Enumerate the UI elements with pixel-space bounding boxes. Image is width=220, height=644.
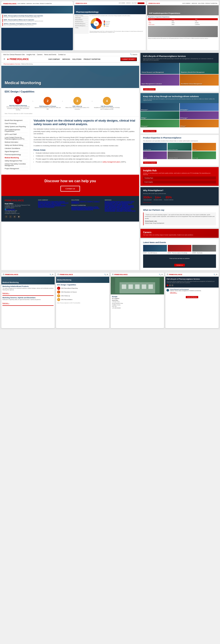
- news-partners-cta[interactable]: Find out how we help our partners: [143, 254, 216, 261]
- insights-fresh[interactable]: Fresh Insights: [143, 180, 216, 184]
- sidebar-project-mgmt[interactable]: Project Management: [5, 167, 28, 170]
- dot-1[interactable]: [167, 284, 168, 286]
- expertise-combination[interactable]: Combination Products: [168, 151, 191, 159]
- mobile-1-menu-icon[interactable]: ☰: [52, 274, 53, 275]
- mobile-3-menu-icon[interactable]: ☰: [161, 274, 163, 275]
- service-box-marketing[interactable]: Post-Market Clinical Management: [180, 74, 219, 86]
- sidebar-local-contact[interactable]: Local Contact Person for Pharmacovigilan…: [5, 136, 28, 141]
- mobile-3-search-icon[interactable]: 🔍: [159, 274, 161, 275]
- twitter-icon[interactable]: t: [9, 215, 12, 218]
- sidebar-medical-info[interactable]: Medical Information: [5, 141, 28, 144]
- solutions-overview-button[interactable]: Overview of Solutions: [143, 130, 156, 132]
- mobile-1-logo: PRIMEVIGILANCE: [5, 274, 18, 275]
- linkedin-icon[interactable]: in: [13, 215, 16, 218]
- product-pvridge[interactable]: PVRidge™: [140, 111, 179, 119]
- mobile-1-section-2[interactable]: Marketing Generics, Hybrids and Biosimil…: [2, 297, 54, 306]
- sidebar-pharmacoepi[interactable]: Pharmacoepidemiology: [5, 153, 28, 156]
- contact-right-button[interactable]: Contact us: [174, 264, 185, 266]
- nav-services[interactable]: SERVICES: [62, 58, 70, 60]
- youtube-icon[interactable]: ▶: [17, 215, 20, 218]
- news-item-2[interactable]: NEWS - Pharmacovigilance Knowledge...: [168, 245, 192, 254]
- safety-management-link[interactable]: safety management plans: [102, 161, 120, 163]
- submit-rfi-button[interactable]: SUBMIT RFI/RFP: [120, 57, 137, 61]
- footer-pvbridge-link[interactable]: PVBridge™: [80, 201, 87, 202]
- expertise-devices[interactable]: Devices: [143, 151, 167, 159]
- product-pvcover[interactable]: PVCover™: [180, 120, 219, 127]
- mobile-4-search-icon[interactable]: 🔍: [214, 274, 216, 275]
- sidebar-safety-plan[interactable]: Safety Management Plan: [5, 159, 28, 162]
- mobile-3-hamburger[interactable]: ☰: [112, 274, 114, 276]
- expertise-older[interactable]: Older People: [192, 151, 216, 159]
- service-box-clinical[interactable]: Clinical Research and Management: [140, 63, 179, 74]
- news-item-1[interactable]: EVENT - One 2025 Science...: [143, 245, 167, 254]
- sidebar-gvp-audits[interactable]: GVP Audits/Inspection Preparedness: [5, 128, 28, 133]
- nav-solutions[interactable]: SOLUTIONS: [72, 58, 81, 60]
- expertise-innovative[interactable]: Innovative Brand: [143, 143, 167, 151]
- facebook-icon[interactable]: f: [5, 215, 8, 218]
- service-box-regulatory[interactable]: Regulatory Benefit-Risk Management: [180, 63, 219, 74]
- product-pvconnect[interactable]: PVConnect™: [140, 103, 179, 111]
- footer-service-clinical-trial[interactable]: Clinical Trial Safety Committee: [105, 210, 123, 211]
- expertise-discover-button[interactable]: Discover our Expertise: [143, 162, 157, 164]
- europe-building-image: [111, 277, 164, 294]
- sidebar-benefit-risk[interactable]: Benefit Risk Management: [5, 119, 28, 122]
- search-area[interactable]: 🔍 Search: [130, 54, 137, 55]
- mobile-1-readmore-2[interactable]: Read more →: [2, 302, 9, 304]
- topnav-news-link[interactable]: News and Events: [44, 54, 56, 55]
- sidebar-medical-monitoring[interactable]: Medical Monitoring: [5, 156, 28, 159]
- mobile-1-search-icon[interactable]: 🔍: [50, 274, 52, 275]
- news-item-3[interactable]: EVENT - One Excite...: [192, 245, 216, 254]
- nav-our-company[interactable]: OUR COMPANY: [48, 58, 60, 60]
- product-pvtransage[interactable]: PVTransage™: [180, 111, 219, 119]
- mobile-4-hamburger[interactable]: ☰: [167, 274, 168, 276]
- insights-trending[interactable]: Trending Topic: [143, 176, 216, 180]
- sidebar-signal[interactable]: Signal Management: [5, 150, 28, 153]
- explore-all-services-button[interactable]: Explore all Services: [186, 296, 198, 298]
- sidebar-clinical-trial[interactable]: Clinical Trial Safety Committee Manageme…: [5, 162, 28, 167]
- footer-pvridge-link[interactable]: PVRidge™: [87, 201, 94, 202]
- hamburger-icon[interactable]: ☰: [4, 58, 5, 60]
- footer-older-people-link[interactable]: Medicines for Older People: [77, 209, 93, 210]
- topnav-careers-link[interactable]: Careers: [37, 54, 42, 55]
- topnav-insights-link[interactable]: Insights Hub: [26, 54, 35, 55]
- sidebar-case-processing[interactable]: Case Processing: [5, 122, 28, 125]
- feature-1-link[interactable]: Learn more →: [170, 292, 201, 293]
- nav-product-expertise[interactable]: PRODUCT EXPERTISE: [84, 58, 100, 60]
- mobile-2-search-icon[interactable]: 🔍: [104, 274, 106, 275]
- dot-2[interactable]: [169, 284, 171, 286]
- footer-pvplatform-link[interactable]: PVPlatform™: [71, 202, 79, 203]
- mobile-2-hamburger[interactable]: ☰: [57, 274, 59, 276]
- logo-star-icon: ★: [7, 58, 9, 60]
- lifecycle-desc: End-to-end services ranging from ICSR pr…: [143, 58, 216, 61]
- why-cta-link[interactable]: Find out more: [143, 202, 216, 203]
- mobile-1-readmore-1[interactable]: Read more →: [2, 292, 9, 294]
- sidebar-literature[interactable]: Literature Surveillance: [5, 147, 28, 150]
- topnav-clinical-link[interactable]: Visit Our Clinical Research Site: [3, 54, 25, 55]
- sidebar-safety-writing[interactable]: Safety and Medical Writing: [5, 144, 28, 147]
- expertise-vaccines[interactable]: Vaccines: [192, 143, 216, 151]
- product-pvtransphar[interactable]: PVTransphar™: [180, 103, 219, 111]
- step-arrow-1: ›: [32, 100, 33, 102]
- mobile-1-hamburger[interactable]: ☰: [3, 274, 4, 276]
- main-logo[interactable]: ★ PRIMEVIGILANCE: [7, 58, 29, 60]
- mobile-step-1-num: 1: [57, 287, 60, 290]
- service-box-signal[interactable]: Signal Management & Literature: [140, 74, 179, 86]
- sidebar-safety-systems[interactable]: Safety Systems and Reporting: [5, 125, 28, 128]
- expertise-generics[interactable]: Generics & Biosimilars: [168, 143, 191, 151]
- footer-global-offices-link[interactable]: 🌐 Global Offices: [5, 209, 15, 210]
- mobile-2-menu-icon[interactable]: ☰: [107, 274, 108, 275]
- mobile-1-section-1[interactable]: Marketing Initiative/Brand Products The …: [2, 286, 54, 296]
- svg-rect-8: [142, 284, 146, 289]
- mobile-4-menu-icon[interactable]: ☰: [216, 274, 217, 275]
- footer-imprint-link[interactable]: Imprint Brochure: [44, 206, 54, 207]
- product-pvintegrate[interactable]: PVIntegrate™: [140, 120, 179, 127]
- quote-text: Thank you for such amazing support - we …: [145, 214, 214, 219]
- footer-service-project[interactable]: Project Management: [123, 210, 135, 211]
- dot-3[interactable]: [172, 284, 173, 286]
- explore-services-button[interactable]: Explore all Services: [143, 88, 156, 90]
- sidebar-qppv[interactable]: QPPV and PSMF: [5, 133, 28, 136]
- contact-us-button[interactable]: Contact us: [60, 186, 80, 192]
- topnav-contact-link[interactable]: Contact us: [58, 54, 65, 55]
- breadcrumb-pv-services[interactable]: Pharmacovigilance Services: [4, 63, 20, 65]
- footer-pvalert-link[interactable]: PVAlert™: [94, 201, 100, 202]
